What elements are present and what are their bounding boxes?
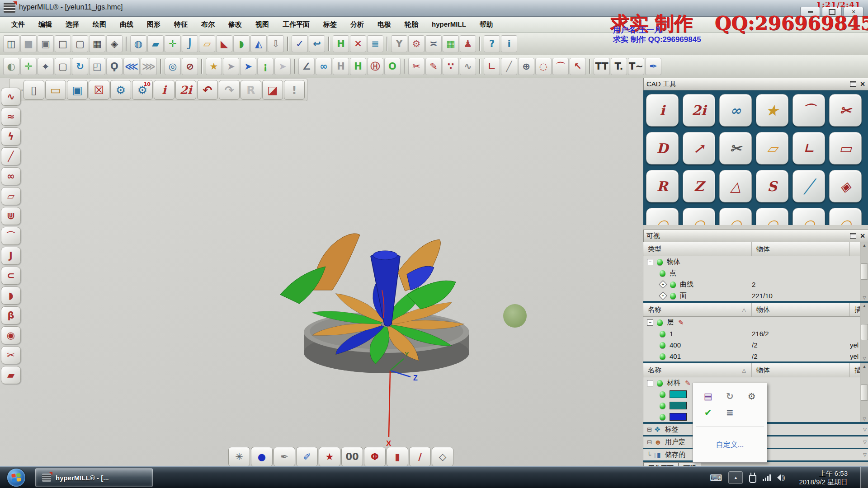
delete-x-red-icon[interactable]: ✕ [350,35,366,52]
r-ghost-icon[interactable]: R [241,80,261,100]
curve-tangent-icon[interactable]: ⌒ [793,94,825,127]
menu-item[interactable]: 修改 [222,16,249,33]
panel-close-icon[interactable]: ✕ [860,81,865,87]
menu-item[interactable]: 绘图 [86,16,113,33]
visibility-bulb-icon[interactable] [670,293,676,299]
menu-item[interactable]: 布尔 [194,16,222,33]
menu-item[interactable]: 编辑 [32,16,59,33]
text-t-dot-icon[interactable]: T. [611,58,627,75]
info-i-icon[interactable]: i [154,80,175,100]
visibility-bulb-icon[interactable] [660,391,665,398]
surface-scissors-icon[interactable]: ✂ [719,132,752,164]
new-file-icon[interactable]: ▯ [24,80,44,100]
scrollbar[interactable]: ▲▽ [860,242,868,301]
convert-down-icon[interactable]: ⇩ [268,35,284,52]
visibility-bulb-icon[interactable] [657,380,663,386]
distance-d-icon[interactable]: D [646,132,679,164]
disc-axis-green-icon[interactable]: ◗ [233,35,250,52]
view-mesh-box-icon[interactable]: ▦ [89,35,105,52]
menu-item[interactable]: 分析 [344,16,371,33]
view-triangulated-box-icon[interactable]: ◈ [106,35,123,52]
gear-10-icon[interactable]: ⚙10 [132,80,153,100]
surface-normals-icon[interactable]: ↗ [683,132,715,164]
color-swatch[interactable] [670,390,687,398]
menu-item[interactable]: 工作平面 [276,16,316,33]
taskbar-app-button[interactable]: hyperMILL® - [... [35,468,153,487]
save-file-icon[interactable]: ▣ [67,80,88,100]
o-green-icon[interactable]: O [384,58,401,75]
arc-red-icon[interactable]: ⌒ [552,58,569,75]
star-red-icon[interactable]: ★ [319,447,340,467]
line-surface-icon[interactable]: ╱ [793,170,825,202]
tree-diamond-toggle[interactable]: + [659,280,667,288]
move-cross-icon[interactable]: ✛ [20,58,37,75]
curve-scissors-icon[interactable]: ✂ [829,94,862,127]
settings-gear-icon[interactable]: ⚙ [110,80,131,100]
show-hidden-icons-button[interactable]: ▲ [728,471,743,484]
pen-red-icon[interactable]: ∕ [409,447,431,467]
shaded-view-icon[interactable]: ● [251,447,273,467]
angle-red-icon[interactable]: ∟ [484,58,500,75]
tree-expand-toggle[interactable]: − [647,319,653,326]
measure-icon[interactable]: ≍ [425,35,442,52]
filter-funnel-icon[interactable]: Y [391,35,407,52]
surface-patch-icon[interactable]: ▰ [147,35,164,52]
circle-red-icon[interactable]: ◌ [535,58,552,75]
datum-axis-icon[interactable]: ✛ [165,35,181,52]
tree-row[interactable]: 401/2yel [643,351,868,361]
column-header[interactable]: 物体 [756,366,770,375]
balloon-green-icon[interactable]: ¡ [257,58,274,75]
view-hidden-edge-box-icon[interactable]: □ [55,35,71,52]
profile-face-tool-icon[interactable]: β [1,306,21,324]
trim-tool-icon[interactable]: ✂ [1,346,21,364]
open-folder-icon[interactable]: ▭ [45,80,66,100]
tree-row[interactable]: 点 [643,267,868,279]
undo-icon[interactable]: ↶ [197,80,218,100]
scribble-tool-icon[interactable]: ϟ [1,127,21,145]
cube-view-icon[interactable]: ◰ [89,58,105,75]
menu-item[interactable]: 图形 [140,16,167,33]
tree-expand-toggle[interactable]: ⊟ [647,426,654,433]
keyboard-tray-icon[interactable]: ⌨ [710,473,722,483]
mesh-view-icon[interactable]: ✳ [228,447,250,467]
column-header[interactable]: 名称 [648,366,661,375]
scissors-icon[interactable]: ✂ [408,58,425,75]
visibility-bulb-icon[interactable] [660,414,665,420]
menu-item[interactable]: 帮助 [473,16,500,33]
tree-expand-toggle[interactable]: ⊟ [647,439,654,446]
point-curve-icon[interactable]: ∵ [443,58,459,75]
menu-item[interactable]: 曲线 [113,16,140,33]
h-green-icon[interactable]: H [350,58,366,75]
menu-item[interactable]: 轮胎 [398,16,425,33]
sphere-select-icon[interactable]: ◐ [3,58,19,75]
surface-orange-2-icon[interactable]: ◠ [683,208,715,225]
polygon-tool-icon[interactable]: ▱ [1,187,21,205]
tangent-line-tool-icon[interactable]: ╱ [1,147,21,165]
delete-file-icon[interactable]: ☒ [89,80,109,100]
start-button[interactable] [7,469,25,487]
goggles-icon[interactable]: ∞ [316,58,332,75]
circle-cross-icon[interactable]: ⊕ [518,58,534,75]
layer-list-icon[interactable]: ≡ [367,35,383,52]
star-info-icon[interactable]: ★ [756,94,788,127]
arrow-red-icon[interactable]: ↖ [570,58,586,75]
plane-light-icon[interactable]: ➤ [274,58,291,75]
surface-orange-1-icon[interactable]: ◠ [646,208,679,225]
plane-orange-icon[interactable]: ▱ [199,35,215,52]
scrollbar[interactable]: ▲▽ [860,363,868,422]
layers-color-icon[interactable]: ▤ [698,389,718,403]
return-icon[interactable]: ↩ [309,35,325,52]
brush-red-icon[interactable]: ▮ [387,447,408,467]
globe-icon[interactable]: ◍ [130,35,146,52]
surface-hole-icon[interactable]: ▱ [756,132,788,164]
spline-tool-icon[interactable]: ∿ [1,88,21,106]
point-tool-icon[interactable]: Φ [364,447,386,467]
box-select-icon[interactable]: ▢ [55,58,71,75]
circle-radius-icon[interactable]: R [646,170,679,202]
customize-menu-item[interactable]: 自定义... [693,427,767,462]
edit-pen-icon[interactable]: ✎ [678,319,684,327]
loop-curve-tool-icon[interactable]: ∞ [1,167,21,185]
tree-row[interactable]: 400/2yel [643,339,868,351]
visibility-bulb-icon[interactable] [660,342,665,348]
gear-red-icon[interactable]: ⚙ [408,35,425,52]
